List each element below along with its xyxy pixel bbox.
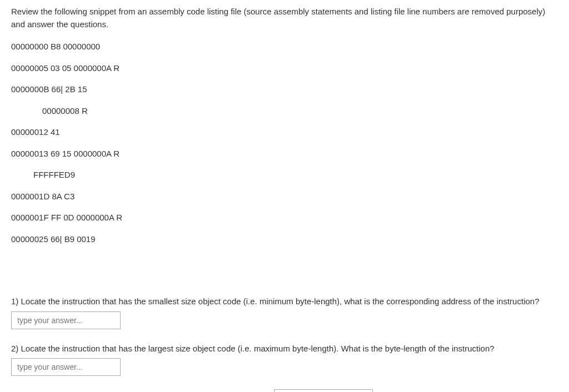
answer-input-q2[interactable] xyxy=(11,358,121,376)
answer-input-q1[interactable] xyxy=(11,311,121,329)
code-line: 00000013 69 15 0000000A R xyxy=(11,148,558,160)
code-line: 00000005 03 05 0000000A R xyxy=(11,62,558,75)
answer-select-q3[interactable]: choose your answer... xyxy=(274,389,373,392)
question-row-3: 3) How many of the above instructions ha… xyxy=(11,389,558,392)
questions-section: 1) Locate the instruction that has the s… xyxy=(11,295,558,392)
code-line: FFFFFED9 xyxy=(11,169,558,182)
code-line: 0000001D 8A C3 xyxy=(11,190,558,203)
code-line: 00000000 B8 00000000 xyxy=(11,41,558,53)
code-line: 00000025 66| B9 0019 xyxy=(11,233,558,246)
code-line: 00000012 41 xyxy=(11,126,558,139)
instruction-text: Review the following snippet from an ass… xyxy=(11,6,558,31)
question-text: 2) Locate the instruction that has the l… xyxy=(11,343,495,355)
question-row-2: 2) Locate the instruction that has the l… xyxy=(11,343,558,376)
code-line: 0000001F FF 0D 0000000A R xyxy=(11,212,558,224)
code-line: 0000000B 66| 2B 15 xyxy=(11,83,558,96)
question-row-1: 1) Locate the instruction that has the s… xyxy=(11,295,558,329)
code-line: 00000008 R xyxy=(11,105,558,118)
question-text: 1) Locate the instruction that has the s… xyxy=(11,295,540,308)
